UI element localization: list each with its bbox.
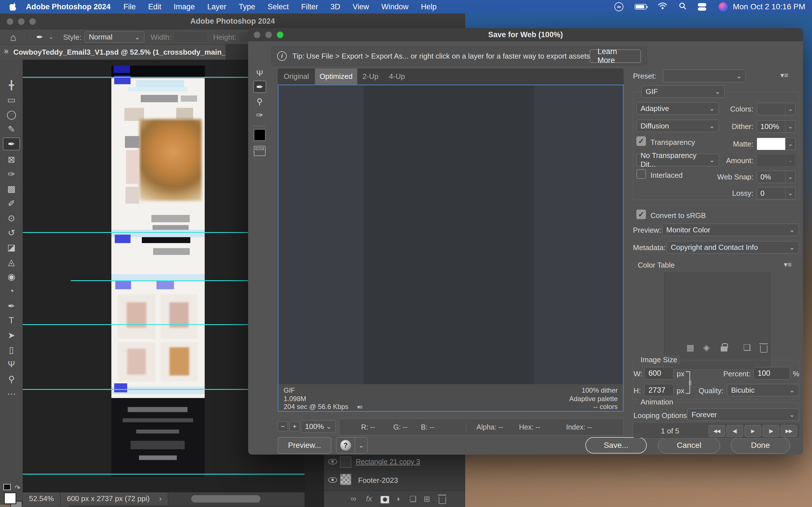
foreground-color-swatch[interactable] [4, 492, 16, 504]
play-button[interactable]: ▶ [745, 425, 761, 437]
menu-select[interactable]: Select [267, 3, 289, 11]
battery-icon[interactable] [635, 4, 647, 10]
spotlight-icon[interactable] [679, 2, 687, 12]
preset-menu-icon[interactable]: ▾≡ [780, 71, 788, 80]
menu-view[interactable]: View [353, 3, 369, 11]
web-snap-stepper[interactable]: 0%⌄ [757, 171, 796, 183]
menu-image[interactable]: Image [174, 3, 195, 11]
convert-srgb-checkbox[interactable]: ✓ [637, 210, 646, 219]
first-frame-button[interactable]: ◀◀ [709, 425, 725, 437]
horizontal-scrollbar[interactable] [191, 495, 260, 503]
control-center-icon[interactable] [698, 2, 707, 11]
frame-tool[interactable]: ⊠ [0, 153, 23, 166]
palette-dropdown[interactable]: Adaptive⌄ [637, 102, 719, 115]
rectangular-marquee-tool[interactable]: ▭ [0, 93, 23, 107]
eyedropper-tool[interactable]: ✑ [253, 109, 266, 121]
style-dropdown[interactable]: Normal⌄ [85, 31, 144, 43]
eyedropper-tool[interactable]: ✑ [0, 167, 23, 181]
select-browser-button[interactable]: ? ⌄ [336, 437, 368, 453]
pen-tool[interactable]: ✒ [0, 299, 23, 313]
height-input[interactable]: 2737 [644, 384, 673, 396]
layer-name[interactable]: Rectangle 21 copy 3 [356, 458, 420, 466]
document-dimensions[interactable]: 600 px x 2737 px (72 ppi) › [61, 492, 168, 505]
close-window-button[interactable] [7, 18, 13, 25]
document-tab[interactable]: × CowboyTeddy_Email3_V1.psd @ 52.5% (1_c… [0, 45, 225, 60]
minimize-window-button[interactable] [18, 18, 24, 25]
tab-optimized[interactable]: Optimized [315, 68, 357, 84]
info-menu-icon[interactable]: ▾≡ [357, 404, 362, 410]
save-button[interactable]: Save... [585, 437, 647, 453]
close-dialog-button[interactable] [254, 32, 260, 38]
color-table-menu-icon[interactable]: ▾≡ [784, 260, 792, 269]
matte-swatch-dropdown[interactable]: ⌄ [757, 138, 796, 150]
link-layers-icon[interactable]: ∞ [351, 494, 356, 503]
layer-visibility-icon[interactable] [328, 477, 337, 483]
menu-edit[interactable]: Edit [148, 3, 161, 11]
type-tool[interactable]: T [0, 314, 23, 327]
previous-frame-button[interactable]: ◀| [726, 425, 743, 437]
zoom-in-button[interactable]: + [290, 421, 300, 432]
format-dropdown[interactable]: GIF⌄ [642, 86, 725, 98]
default-colors-icon[interactable] [3, 484, 11, 490]
layer-row[interactable]: Footer-2023 [324, 469, 465, 491]
preset-dropdown[interactable]: ⌄ [663, 69, 746, 82]
timeline-tab[interactable]: Timeline [23, 505, 69, 507]
new-color-icon[interactable]: ❏ [743, 342, 751, 352]
hand-tool[interactable]: Ψ [0, 358, 23, 371]
toggle-slices-visibility-button[interactable] [254, 146, 266, 156]
tab-original[interactable]: Original [278, 68, 315, 84]
zoom-dialog-button[interactable] [277, 32, 283, 38]
paint-bucket-tool[interactable]: ◬ [0, 255, 23, 269]
eraser-tool[interactable]: ◪ [0, 240, 23, 254]
swap-colors-icon[interactable]: ↷ [15, 484, 20, 492]
cancel-button[interactable]: Cancel [658, 437, 720, 453]
looping-options-dropdown[interactable]: Forever⌄ [688, 408, 799, 421]
layer-visibility-icon[interactable] [328, 459, 337, 464]
lock-color-icon[interactable] [721, 346, 727, 351]
wifi-icon[interactable] [658, 2, 667, 11]
blur-tool[interactable]: ◉ [0, 270, 23, 283]
metadata-dropdown[interactable]: Copyright and Contact Info⌄ [666, 241, 799, 253]
zoom-tool[interactable]: ⚲ [253, 95, 266, 108]
next-frame-button[interactable]: |▶ [763, 425, 779, 437]
zoom-window-button[interactable] [29, 18, 36, 25]
percent-input[interactable]: 100 [753, 367, 790, 379]
new-layer-icon[interactable]: ⊞ [423, 494, 430, 504]
web-shift-cube-icon[interactable]: ◈ [703, 342, 710, 352]
tool-preset-chevron-icon[interactable]: ⌄ [49, 33, 54, 41]
preview-in-browser-button[interactable]: Preview... [278, 437, 331, 453]
constrain-link-icon[interactable]: ∞ [687, 380, 695, 385]
layer-style-icon[interactable]: fx [366, 494, 372, 503]
layer-row[interactable]: Rectangle 21 copy 3 [324, 455, 465, 469]
new-group-icon[interactable]: ❏ [409, 494, 416, 504]
transparency-map-icon[interactable]: ▦ [686, 342, 694, 352]
menu-filter[interactable]: Filter [301, 3, 318, 11]
last-frame-button[interactable]: ▶▶ [781, 425, 797, 437]
menu-file[interactable]: File [123, 3, 136, 11]
layer-name[interactable]: Footer-2023 [358, 476, 398, 485]
menu-app-name[interactable]: Adobe Photoshop 2024 [26, 3, 110, 11]
width-input[interactable] [173, 31, 208, 43]
preview-mode-dropdown[interactable]: Monitor Color⌄ [662, 224, 799, 236]
transparency-checkbox[interactable]: ✓ [637, 136, 646, 146]
browser-icon[interactable]: ? [336, 438, 355, 453]
done-button[interactable]: Done [731, 437, 790, 453]
history-brush-tool[interactable]: ↺ [0, 226, 23, 239]
adjustment-layer-icon[interactable]: ◑ [395, 494, 400, 503]
tab-2up[interactable]: 2-Up [357, 68, 384, 84]
zoom-tool[interactable]: ⚲ [0, 372, 23, 386]
minimize-dialog-button[interactable] [265, 32, 272, 38]
interlaced-checkbox[interactable] [637, 169, 646, 179]
guide-line[interactable] [23, 474, 305, 474]
menu-3d[interactable]: 3D [331, 3, 340, 11]
slice-select-tool[interactable]: ✒ [253, 80, 266, 93]
hand-tool[interactable]: Ψ [253, 67, 266, 79]
quality-dropdown[interactable]: Bicubic⌄ [727, 384, 799, 396]
learn-more-button[interactable]: Learn More [590, 50, 641, 63]
dither-method-dropdown[interactable]: Diffusion⌄ [637, 120, 719, 132]
rectangle-tool[interactable]: ▯ [0, 343, 23, 356]
layer-thumbnail[interactable] [340, 474, 351, 485]
collapse-panels-icon[interactable]: » [4, 46, 8, 55]
siri-icon[interactable] [719, 2, 728, 11]
delete-color-icon[interactable] [760, 345, 767, 353]
